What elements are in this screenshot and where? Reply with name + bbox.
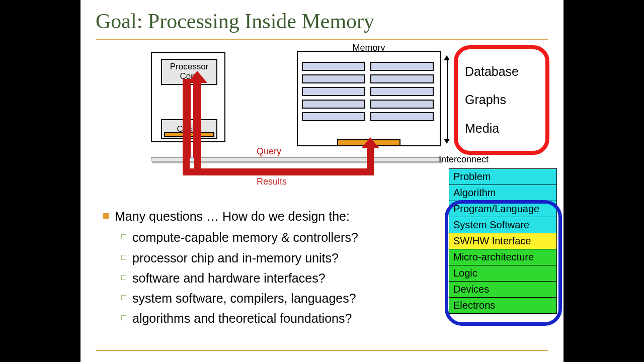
- bullet-text: system software, compilers, languages?: [132, 289, 356, 307]
- arrow-segment: [367, 146, 374, 175]
- bullet-item: algorithms and theoretical foundations?: [121, 309, 425, 327]
- memory-cell: [302, 87, 365, 96]
- bullet-text: Many questions … How do we design the:: [115, 207, 350, 225]
- arrow-segment: [183, 79, 191, 157]
- slide-title: Goal: Processing Inside Memory: [96, 9, 374, 33]
- query-label: Query: [257, 146, 281, 157]
- arrow-up-icon: [361, 137, 379, 148]
- interconnect-label: Interconnect: [439, 154, 489, 165]
- title-divider: [96, 39, 548, 40]
- stack-row: Logic: [449, 265, 556, 282]
- bullet-item: processor chip and in-memory units?: [121, 249, 425, 267]
- app-database: Database: [465, 64, 538, 79]
- memory-cell: [370, 62, 434, 71]
- memory-cell: [370, 112, 434, 121]
- stack-row: Problem: [449, 169, 556, 185]
- stack-row: Micro-architecture: [449, 249, 556, 265]
- stack-row: Program/Language: [449, 201, 556, 217]
- memory-cell: [302, 112, 365, 121]
- bullet-text: compute-capable memory & controllers?: [132, 228, 358, 246]
- arrow-segment: [183, 168, 374, 175]
- stack-row: System Software: [449, 217, 556, 233]
- memory-cell: [370, 100, 434, 109]
- bullet-item: system software, compilers, languages?: [121, 289, 425, 307]
- applications-box: Database Graphs Media: [454, 45, 549, 155]
- app-media: Media: [465, 121, 538, 136]
- slide: Goal: Processing Inside Memory Processor…: [80, 0, 564, 362]
- bullet-icon: [121, 234, 126, 239]
- bullet-lead: Many questions … How do we design the:: [103, 207, 425, 225]
- bullet-item: software and hardware interfaces?: [121, 269, 425, 287]
- bottom-divider: [96, 350, 548, 351]
- abstraction-stack: ProblemAlgorithmProgram/LanguageSystem S…: [449, 168, 557, 314]
- memory-cell: [370, 87, 434, 96]
- arrow-segment: [193, 79, 201, 157]
- bullet-text: algorithms and theoretical foundations?: [132, 309, 352, 327]
- bullet-icon: [121, 255, 126, 260]
- bullet-list: Many questions … How do we design the: c…: [103, 207, 425, 330]
- memory-cell: [302, 62, 365, 71]
- memory-cell: [370, 74, 434, 83]
- memory-bank-left: [302, 62, 365, 121]
- memory-bank-right: [370, 62, 434, 121]
- arrow-up-icon: [187, 71, 207, 83]
- app-graphs: Graphs: [465, 93, 538, 107]
- bullet-text: software and hardware interfaces?: [132, 269, 326, 287]
- bullet-text: processor chip and in-memory units?: [132, 249, 339, 267]
- stack-row: SW/HW Interface: [449, 233, 556, 249]
- stack-row: Algorithm: [449, 185, 556, 201]
- bullet-icon: [121, 315, 126, 320]
- memory-cell: [302, 100, 365, 109]
- bullet-item: compute-capable memory & controllers?: [121, 228, 425, 246]
- bullet-icon: [121, 295, 126, 300]
- bullet-icon: [121, 275, 126, 280]
- results-label: Results: [257, 176, 287, 187]
- app-range-arrow: [446, 57, 449, 142]
- bullet-icon: [103, 213, 109, 219]
- stack-row: Devices: [449, 282, 556, 298]
- memory-cell: [302, 74, 365, 83]
- stack-row: Electrons: [449, 298, 556, 313]
